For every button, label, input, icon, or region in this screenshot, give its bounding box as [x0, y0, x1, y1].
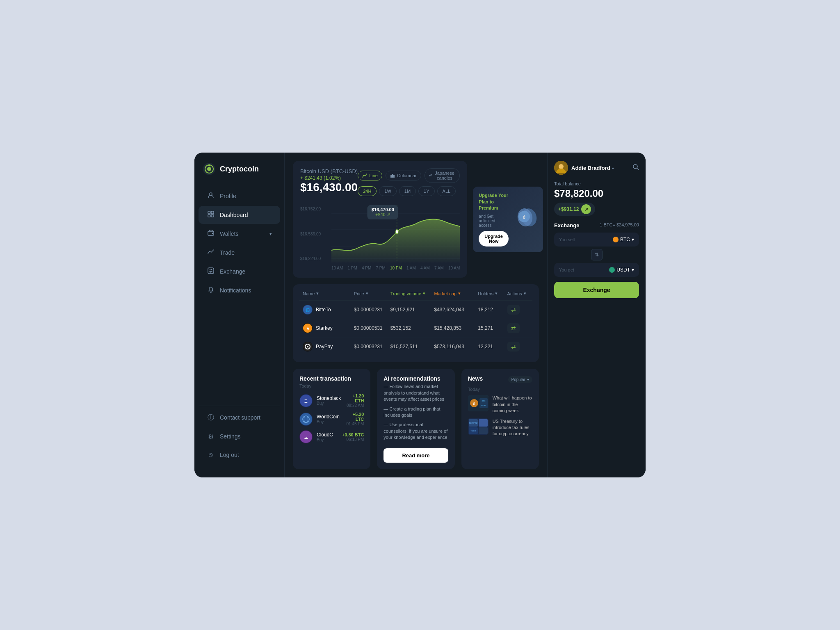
news-text-0: What will happen to bitcoin in the comin…	[493, 395, 532, 414]
sidebar-item-support[interactable]: ⓘ Contact support	[199, 409, 280, 427]
time-24h[interactable]: 24H	[358, 186, 377, 196]
sidebar-item-dashboard[interactable]: Dashboard	[199, 206, 280, 224]
worldcoin-icon	[299, 413, 313, 426]
logo-text: Cryptocoin	[220, 165, 259, 173]
cloudc-info: CloudC Buy	[317, 432, 338, 442]
svg-text:Ξ: Ξ	[304, 398, 308, 404]
y-label-top: $16,762.00	[300, 207, 329, 211]
chart-type-columnar[interactable]: Columnar	[386, 171, 421, 180]
sidebar: Cryptocoin Profile	[194, 153, 285, 477]
search-icon[interactable]	[632, 164, 639, 172]
volume-sort-icon: ▾	[423, 291, 425, 296]
svg-rect-6	[211, 211, 214, 214]
sidebar-label-wallets: Wallets	[220, 231, 238, 237]
x-label-6: 4 AM	[420, 266, 430, 270]
upgrade-banner: Upgrade Your Plan to Premium and Get unl…	[473, 187, 543, 252]
news-text-1: US Treasury to introduce tax rules for c…	[493, 418, 532, 437]
btc-color-dot	[613, 237, 619, 242]
sidebar-item-profile[interactable]: Profile	[199, 187, 280, 205]
chart-type-line[interactable]: Line	[358, 171, 382, 180]
coin-bitteto: 🌐 BitteTo	[303, 305, 354, 315]
x-label-8: 10 AM	[448, 266, 460, 270]
main-content: Bitcoin USD (BTC-USD) + $241.43 (1.02%) …	[285, 153, 646, 477]
bitteto-icon: 🌐	[303, 305, 313, 315]
sidebar-item-trade[interactable]: Trade	[199, 244, 280, 262]
time-all[interactable]: ALL	[437, 186, 456, 196]
news-filter[interactable]: Popular ▾	[508, 376, 532, 383]
tooltip-price: $16,470.00	[372, 207, 394, 212]
profile-name: Addie Bradford	[571, 165, 610, 171]
starkey-trade-button[interactable]: ⇄	[507, 323, 520, 333]
svg-text:☁: ☁	[304, 435, 308, 440]
sidebar-item-logout[interactable]: ⎋ Log out	[199, 446, 280, 463]
profile-chevron-icon[interactable]: ▾	[612, 166, 614, 171]
upgrade-now-button[interactable]: Upgrade Now	[479, 231, 509, 247]
time-1w[interactable]: 1W	[379, 186, 397, 196]
balance-badge: +$931.12 ↗	[554, 203, 595, 216]
get-field: You get USDT ▾	[554, 263, 639, 277]
sidebar-label-settings: Settings	[220, 433, 241, 440]
sidebar-label-exchange: Exchange	[220, 268, 245, 275]
starkey-holders: 15,271	[478, 325, 507, 331]
bitteto-volume: $9,152,921	[390, 307, 434, 313]
table-row: 🌐 BitteTo $0.00000231 $9,152,921 $432,62…	[299, 301, 532, 319]
bitteto-price: $0.00000231	[354, 307, 390, 313]
transaction-item: Ξ Stoneblack Buy +1.20 ETH 09:22 AM	[299, 393, 364, 408]
sidebar-item-notifications[interactable]: Notifications	[199, 281, 280, 299]
transaction-item: ☁ CloudC Buy +0.80 BTC 06:13 PM	[299, 430, 364, 443]
svg-point-24	[396, 230, 398, 234]
x-label-7: 7 AM	[434, 266, 444, 270]
y-label-mid: $16,536.00	[300, 232, 329, 236]
sidebar-label-notifications: Notifications	[220, 287, 251, 294]
actions-sort-icon: ▾	[524, 291, 526, 296]
time-1y[interactable]: 1Y	[418, 186, 434, 196]
table-row: PayPay $0.00003231 $10,527,511 $573,116,…	[299, 338, 532, 356]
ai-recommendations-card: AI recommendations — Follow news and mar…	[377, 369, 454, 469]
news-item: ₿ BTC RECAP What will happen to bitcoin …	[468, 395, 532, 414]
exchange-widget-title: Exchange	[554, 222, 579, 228]
ai-item-0: — Follow news and market analysis to und…	[383, 383, 448, 402]
y-label-bot: $16,224.00	[300, 256, 329, 261]
avatar	[554, 161, 568, 175]
time-1m[interactable]: 1M	[399, 186, 416, 196]
usdt-color-dot	[609, 267, 615, 273]
chart-type-candles[interactable]: Japanese candles	[425, 168, 460, 183]
sidebar-item-settings[interactable]: ⚙ Settings	[199, 428, 280, 445]
x-label-3: 7 PM	[376, 266, 386, 270]
paypay-volume: $10,527,511	[390, 344, 434, 349]
svg-point-2	[207, 167, 211, 171]
get-currency-selector[interactable]: USDT ▾	[609, 267, 634, 273]
worldcoin-amount: +5.20 LTC 01:45 PM	[344, 412, 364, 426]
sidebar-label-logout: Log out	[220, 452, 239, 458]
chart-x-labels: 10 AM 1 PM 4 PM 7 PM 10 PM 1 AM 4 AM 7 A…	[331, 266, 460, 270]
svg-text:CRYPTO: CRYPTO	[469, 422, 477, 424]
exchange-button[interactable]: Exchange	[554, 282, 639, 298]
read-more-button[interactable]: Read more	[383, 448, 448, 463]
svg-rect-17	[431, 175, 431, 176]
sell-currency: BTC	[620, 237, 630, 242]
swap-button[interactable]: ⇅	[591, 249, 603, 260]
sidebar-item-wallets[interactable]: Wallets ▾	[199, 225, 280, 243]
news-thumb-1: CRYPTO TAXES	[468, 418, 488, 435]
worldcoin-info: WorldCoin Buy	[317, 414, 340, 424]
col-name: Name ▾	[303, 291, 354, 296]
sidebar-item-exchange[interactable]: Exchange	[199, 262, 280, 281]
sell-currency-selector[interactable]: BTC ▾	[613, 237, 634, 242]
profile-section: Addie Bradford ▾	[554, 161, 639, 175]
starkey-volume: $532,152	[390, 325, 434, 331]
svg-rect-12	[390, 175, 392, 178]
svg-point-10	[212, 233, 213, 234]
col-price: Price ▾	[354, 291, 390, 296]
news-filter-label: Popular	[511, 377, 525, 382]
cloudc-amount: +0.80 BTC 06:13 PM	[342, 432, 364, 442]
news-filter-chevron: ▾	[527, 377, 529, 382]
transaction-item: WorldCoin Buy +5.20 LTC 01:45 PM	[299, 412, 364, 426]
bitteto-trade-button[interactable]: ⇄	[507, 305, 520, 315]
chart-change: + $241.43 (1.02%)	[300, 175, 358, 181]
paypay-trade-button[interactable]: ⇄	[507, 342, 520, 352]
wallets-icon	[207, 230, 215, 238]
chart-price: $16,430.00	[300, 181, 358, 194]
stoneblack-amount: +1.20 ETH 09:22 AM	[345, 393, 364, 408]
logo: Cryptocoin	[194, 162, 284, 187]
sidebar-label-support: Contact support	[220, 414, 260, 421]
